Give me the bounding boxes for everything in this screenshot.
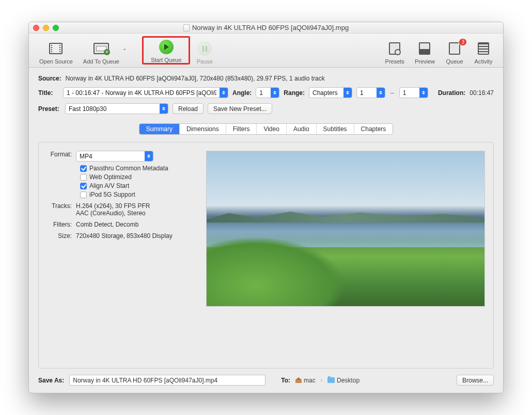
- home-icon: [295, 377, 302, 383]
- source-label: Source:: [38, 75, 61, 82]
- checkbox-icon: [80, 191, 87, 198]
- chevron-updown-icon: [343, 87, 352, 98]
- chevron-updown-icon: [160, 103, 168, 114]
- content-area: Source: Norway in 4K ULTRA HD 60FPS [aQO…: [29, 68, 503, 393]
- queue-badge: 3: [459, 38, 467, 46]
- path-home[interactable]: mac: [295, 377, 316, 384]
- to-label: To:: [281, 377, 290, 384]
- filters-label: Filters:: [47, 221, 76, 228]
- passthru-checkbox-row[interactable]: Passthru Common Metadata: [80, 165, 186, 172]
- range-type-select[interactable]: Chapters: [309, 87, 352, 98]
- ipod-checkbox-row[interactable]: iPod 5G Support: [80, 191, 186, 198]
- zoom-window-button[interactable]: [53, 25, 59, 31]
- preset-label: Preset:: [38, 105, 61, 113]
- tab-audio[interactable]: Audio: [287, 124, 317, 134]
- window-title: Norway in 4K ULTRA HD 60FPS [aQOli947aJ0…: [192, 24, 349, 31]
- add-to-queue-menu[interactable]: ⌄: [122, 45, 127, 51]
- size-value: 720x480 Storage, 853x480 Display: [76, 232, 186, 240]
- save-as-label: Save As:: [38, 377, 64, 384]
- range-label: Range:: [284, 89, 305, 97]
- path-desktop[interactable]: Desktop: [327, 377, 359, 384]
- tracks-value: H.264 (x264), 30 FPS PFR AAC (CoreAudio)…: [76, 202, 186, 217]
- activity-icon: [478, 42, 489, 55]
- tab-chapters[interactable]: Chapters: [354, 124, 393, 134]
- duration-label: Duration:: [438, 89, 465, 97]
- add-to-queue-button[interactable]: + Add To Queue: [78, 40, 124, 65]
- duration-value: 00:16:47: [470, 89, 494, 97]
- film-icon: [49, 43, 62, 54]
- app-window: Norway in 4K ULTRA HD 60FPS [aQOli947aJ0…: [28, 22, 504, 393]
- tab-summary[interactable]: Summary: [139, 124, 180, 134]
- format-label: Format:: [47, 151, 76, 162]
- web-optimized-checkbox-row[interactable]: Web Optimized: [80, 173, 186, 181]
- path-separator-icon: ›: [321, 377, 322, 383]
- angle-label: Angle:: [232, 89, 252, 97]
- angle-select[interactable]: 1: [256, 87, 279, 98]
- presets-button[interactable]: Presets: [380, 40, 410, 65]
- tab-subtitles[interactable]: Subtitles: [317, 124, 354, 134]
- preview-button[interactable]: Preview: [410, 40, 440, 65]
- chevron-updown-icon: [419, 87, 428, 98]
- save-as-input[interactable]: [69, 375, 265, 386]
- queue-icon: [449, 42, 460, 55]
- open-source-button[interactable]: Open Source: [34, 40, 78, 65]
- range-from-select[interactable]: 1: [356, 87, 385, 98]
- title-label: Title:: [38, 89, 59, 97]
- chevron-updown-icon: [145, 151, 153, 162]
- source-value: Norway in 4K ULTRA HD 60FPS [aQOli947aJ0…: [66, 75, 325, 82]
- checkbox-icon: [80, 165, 87, 172]
- add-queue-icon: +: [93, 43, 109, 54]
- reload-button[interactable]: Reload: [173, 103, 204, 114]
- start-queue-button[interactable]: Start Queue: [146, 39, 186, 63]
- range-to-select[interactable]: 1: [399, 87, 428, 98]
- tab-video[interactable]: Video: [257, 124, 286, 134]
- document-icon: [183, 24, 190, 31]
- start-queue-highlight: Start Queue: [142, 36, 190, 65]
- pause-icon: [197, 41, 212, 56]
- chevron-updown-icon: [271, 87, 279, 98]
- play-icon: [159, 40, 174, 54]
- tab-filters[interactable]: Filters: [226, 124, 257, 134]
- align-av-checkbox-row[interactable]: Align A/V Start: [80, 182, 186, 189]
- save-new-preset-button[interactable]: Save New Preset...: [208, 103, 272, 114]
- queue-button[interactable]: 3 Queue: [440, 40, 469, 65]
- browse-button[interactable]: Browse...: [457, 375, 494, 386]
- preview-thumbnail: [206, 151, 485, 307]
- checkbox-icon: [80, 174, 87, 181]
- title-select[interactable]: 1 - 00:16:47 - Norway in 4K ULTRA HD 60F…: [63, 87, 228, 98]
- preset-select[interactable]: Fast 1080p30: [65, 103, 168, 114]
- tracks-label: Tracks:: [47, 202, 76, 217]
- size-label: Size:: [47, 232, 76, 240]
- minimize-window-button[interactable]: [43, 25, 49, 31]
- format-select[interactable]: MP4: [76, 151, 153, 162]
- folder-icon: [327, 377, 335, 383]
- close-window-button[interactable]: [33, 25, 39, 31]
- toolbar: Open Source + Add To Queue ⌄ Start Queue…: [29, 34, 503, 68]
- presets-icon: [389, 42, 400, 55]
- tab-dimensions[interactable]: Dimensions: [180, 124, 226, 134]
- preview-icon: [419, 42, 430, 55]
- activity-button[interactable]: Activity: [469, 40, 498, 65]
- titlebar: Norway in 4K ULTRA HD 60FPS [aQOli947aJ0…: [29, 22, 503, 34]
- chevron-updown-icon: [377, 87, 385, 98]
- tabs: Summary Dimensions Filters Video Audio S…: [139, 123, 394, 135]
- filters-value: Comb Detect, Decomb: [76, 221, 186, 228]
- pause-button: Pause: [190, 40, 219, 65]
- chevron-updown-icon: [220, 87, 228, 98]
- range-dash: –: [390, 89, 394, 97]
- checkbox-icon: [80, 183, 87, 189]
- summary-panel: Format: MP4 Passthru Common Metadata Web…: [38, 142, 494, 369]
